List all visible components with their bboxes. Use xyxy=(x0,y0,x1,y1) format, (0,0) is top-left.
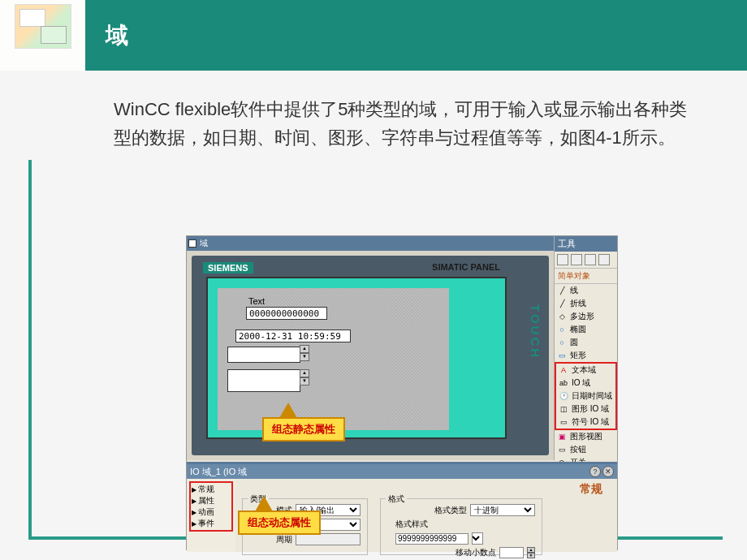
io-fields-section: A文本域 abIO 域 🕐日期时间域 ◫图形 IO 域 ▭符号 IO 域 xyxy=(555,362,617,430)
polygon-icon: ◇ xyxy=(557,312,567,321)
tab-icon xyxy=(188,239,196,248)
dec-spinner[interactable]: ▲▼ xyxy=(527,547,535,558)
touch-label: TOUCH xyxy=(529,304,542,360)
graphic-io-field[interactable] xyxy=(227,347,300,363)
datetime-field[interactable]: 2000-12-31 10:59:59 xyxy=(235,330,351,342)
cycle-input[interactable] xyxy=(296,533,361,545)
arrow-icon: ▶ xyxy=(192,520,196,528)
spin-up-icon[interactable]: ▲ xyxy=(300,345,309,353)
siemens-logo: SIEMENS xyxy=(203,262,253,274)
tool-icon[interactable] xyxy=(598,254,610,265)
shapes-section: ╱线 ╱折线 ◇多边形 ○椭圆 ○圆 ▭矩形 xyxy=(555,284,617,362)
spin-down-icon[interactable]: ▼ xyxy=(300,353,309,361)
rect-icon: ▭ xyxy=(557,351,567,360)
callout-dynamic: 组态动态属性 xyxy=(238,510,321,535)
logo-image xyxy=(15,4,71,49)
image-icon: ▣ xyxy=(557,432,567,442)
tool-symbol-io[interactable]: ▭符号 IO 域 xyxy=(556,416,615,429)
props-section-title: 常规 xyxy=(242,482,611,497)
dec-label: 移动小数点 xyxy=(456,547,496,558)
hmi-screen[interactable]: Text 0000000000000 2000-12-31 10:59:59 ▲… xyxy=(206,277,507,439)
pattern-label: 格式样式 xyxy=(395,519,428,530)
tool-ellipse[interactable]: ○椭圆 xyxy=(555,323,617,336)
tools-panel: 工具 简单对象 ╱线 ╱折线 ◇多边形 ○椭圆 ○圆 ▭矩形 A文本域 abIO… xyxy=(554,236,617,460)
props-header-title: IO 域_1 (IO 域 xyxy=(190,466,247,478)
format-type-label: 格式类型 xyxy=(434,505,467,516)
tool-datetime-field[interactable]: 🕐日期时间域 xyxy=(556,390,615,403)
tool-rect[interactable]: ▭矩形 xyxy=(555,349,617,362)
editor-tab-bar: 域 ◁ ▷ ✕ xyxy=(187,236,617,251)
cycle-label: 周期 xyxy=(276,534,292,545)
callout-static: 组态静态属性 xyxy=(262,417,345,442)
tool-polygon[interactable]: ◇多边形 xyxy=(555,310,617,323)
tool-circle[interactable]: ○圆 xyxy=(555,336,617,349)
symbol-icon: ▭ xyxy=(559,417,568,427)
field-spinner[interactable]: ▲ ▼ xyxy=(300,345,309,361)
decorative-vbar xyxy=(28,160,32,540)
props-tree: ▶常规 ▶属性 ▶动画 ▶事件 xyxy=(187,479,235,552)
page-title: 域 xyxy=(85,0,747,71)
spin-up-icon[interactable]: ▲ xyxy=(300,369,309,377)
tool-icon[interactable] xyxy=(571,254,582,265)
pattern-dropdown[interactable] xyxy=(472,532,483,545)
tool-polyline[interactable]: ╱折线 xyxy=(555,297,617,310)
format-fieldset: 格式 格式类型 十进制 格式样式 xyxy=(380,498,542,555)
field-grid-area: Text 0000000000000 2000-12-31 10:59:59 ▲… xyxy=(218,288,449,430)
ellipse-icon: ○ xyxy=(557,325,567,334)
text-icon: A xyxy=(559,365,568,375)
tool-graphic-io[interactable]: ◫图形 IO 域 xyxy=(556,403,615,416)
tool-button[interactable]: ▭按钮 xyxy=(555,443,617,456)
arrow-icon: ▶ xyxy=(192,509,196,516)
dec-input[interactable] xyxy=(499,547,524,558)
tree-events[interactable]: ▶事件 xyxy=(192,518,231,529)
pattern-input[interactable] xyxy=(395,533,468,545)
format-type-select[interactable]: 十进制 xyxy=(470,504,535,516)
field-spinner-2[interactable]: ▲ ▼ xyxy=(300,369,309,386)
tool-icon[interactable] xyxy=(585,254,596,265)
line-icon: ╱ xyxy=(557,286,567,295)
tree-general[interactable]: ▶常规 xyxy=(192,484,231,495)
io-icon: ab xyxy=(559,378,568,388)
wincc-screenshot: 域 ◁ ▷ ✕ SIEMENS SIMATIC PANEL TOUCH Text… xyxy=(186,235,618,550)
arrow-icon: ▶ xyxy=(192,486,196,493)
text-field-label: Text xyxy=(248,296,441,306)
tools-header: 工具 xyxy=(555,236,617,252)
tools-category[interactable]: 简单对象 xyxy=(555,269,617,284)
pointer-tool-icon[interactable] xyxy=(557,254,568,265)
symbolic-io-field[interactable] xyxy=(227,369,300,392)
polyline-icon: ╱ xyxy=(557,299,567,308)
logo-area xyxy=(0,0,85,71)
tool-graphic-view[interactable]: ▣图形视图 xyxy=(555,430,617,443)
panel-model-label: SIMATIC PANEL xyxy=(432,262,500,272)
button-icon: ▭ xyxy=(557,445,567,454)
arrow-icon: ▶ xyxy=(192,498,196,505)
tab-label[interactable]: 域 xyxy=(200,238,208,249)
close-button[interactable]: ✕ xyxy=(602,466,614,477)
spin-down-icon[interactable]: ▼ xyxy=(300,377,309,386)
graphic-icon: ◫ xyxy=(559,404,568,414)
tools-icon-row xyxy=(555,252,617,269)
properties-panel: IO 域_1 (IO 域 ? ✕ ▶常规 ▶属性 ▶动画 ▶事件 常规 xyxy=(187,462,617,549)
hmi-panel-frame: SIEMENS SIMATIC PANEL TOUCH Text 0000000… xyxy=(192,256,549,455)
tool-text-field[interactable]: A文本域 xyxy=(556,364,615,377)
legend-format: 格式 xyxy=(386,493,407,505)
tool-io-field[interactable]: abIO 域 xyxy=(556,377,615,390)
tree-animation[interactable]: ▶动画 xyxy=(192,506,231,518)
description-text: WinCC flexible软件中提供了5种类型的域，可用于输入或显示输出各种类… xyxy=(114,95,702,152)
help-button[interactable]: ? xyxy=(589,466,601,477)
clock-icon: 🕐 xyxy=(559,391,568,401)
design-canvas: SIEMENS SIMATIC PANEL TOUCH Text 0000000… xyxy=(187,251,554,460)
io-field-numeric[interactable]: 0000000000000 xyxy=(246,307,327,320)
tool-line[interactable]: ╱线 xyxy=(555,284,617,297)
tree-properties[interactable]: ▶属性 xyxy=(192,495,231,506)
circle-icon: ○ xyxy=(557,338,567,347)
tree-highlight: ▶常规 ▶属性 ▶动画 ▶事件 xyxy=(189,481,233,532)
